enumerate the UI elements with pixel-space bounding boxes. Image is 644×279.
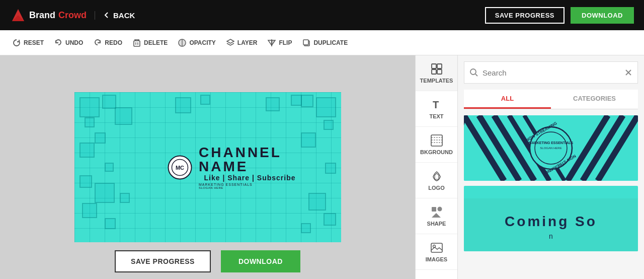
layer-icon: [226, 38, 235, 47]
sidebar-item-bkground[interactable]: BKGROUND: [416, 127, 457, 163]
toolbar: RESET UNDO REDO DELETE OPACIT: [0, 30, 644, 55]
svg-rect-28: [432, 207, 436, 212]
header-left: Brand Crowd BACK: [10, 7, 135, 23]
tab-categories[interactable]: CATEGORIES: [551, 90, 638, 109]
channel-logo-svg: MC: [171, 158, 189, 176]
duplicate-label: DUPLICATE: [313, 39, 348, 46]
undo-tool[interactable]: UNDO: [50, 36, 87, 49]
download-button-bottom[interactable]: DOWNLOAD: [221, 250, 300, 272]
canvas-bottom-bar: SAVE PROGRESS DOWNLOAD: [0, 244, 415, 279]
sidebar-item-shape[interactable]: SHAPE: [416, 198, 457, 234]
images-label: IMAGES: [426, 256, 447, 262]
icons-panel: TEMPLATES T TEXT BKGROUND LOGO: [415, 55, 458, 279]
sidebar-item-templates[interactable]: TEMPLATES: [416, 55, 457, 91]
back-label: BACK: [113, 11, 135, 20]
save-progress-button-bottom[interactable]: SAVE PROGRESS: [115, 250, 211, 272]
images-icon: [430, 241, 443, 254]
panel-tabs: ALL CATEGORIES: [464, 90, 638, 109]
shape-icon: [430, 205, 443, 219]
svg-rect-31: [431, 243, 442, 252]
svg-line-34: [475, 74, 477, 76]
opacity-label: OPACITY: [189, 39, 215, 46]
channel-sub-text: Like | Share | Subscribe: [199, 174, 301, 182]
redo-icon: [93, 38, 102, 47]
header: Brand Crowd BACK SAVE PROGRESS DOWNLOAD: [0, 0, 644, 30]
svg-marker-12: [268, 40, 272, 45]
svg-point-33: [470, 69, 476, 75]
bkground-icon: [430, 134, 443, 147]
download-button-header[interactable]: DOWNLOAD: [571, 7, 634, 24]
flip-icon: [267, 38, 276, 47]
sidebar-item-logo[interactable]: LOGO: [416, 163, 457, 198]
text-icon: T: [430, 98, 443, 111]
reset-tool[interactable]: RESET: [8, 36, 48, 49]
delete-icon: [132, 38, 141, 47]
svg-text:n: n: [549, 232, 553, 240]
logo-crowd-text: Crowd: [58, 10, 87, 21]
template-grid: MARKETING ESSENTIALS SLOGAN HERE NOW STR…: [458, 109, 644, 279]
svg-marker-30: [432, 213, 441, 218]
sidebar-item-images[interactable]: IMAGES: [416, 234, 457, 270]
opacity-tool[interactable]: OPACITY: [174, 36, 219, 49]
svg-text:MC: MC: [175, 164, 184, 170]
back-button[interactable]: BACK: [95, 11, 135, 20]
svg-text:Coming So: Coming So: [505, 214, 597, 229]
back-chevron-icon: [103, 12, 110, 19]
delete-tool[interactable]: DELETE: [128, 36, 172, 49]
svg-point-29: [437, 207, 442, 212]
clear-search-icon[interactable]: [624, 68, 632, 77]
templates-label: TEMPLATES: [420, 78, 453, 84]
svg-rect-19: [432, 64, 436, 68]
search-bar: [464, 61, 638, 84]
channel-name-text: CHANNEL NAME: [199, 146, 301, 174]
svg-rect-20: [437, 64, 442, 68]
layer-label: LAYER: [237, 39, 258, 46]
svg-rect-24: [431, 135, 442, 146]
reset-label: RESET: [24, 39, 44, 46]
svg-marker-11: [227, 39, 234, 43]
svg-rect-16: [303, 40, 308, 45]
duplicate-icon: [302, 38, 311, 47]
save-progress-button-header[interactable]: SAVE PROGRESS: [485, 7, 565, 24]
sidebar-item-text[interactable]: T TEXT: [416, 91, 457, 127]
undo-icon: [54, 38, 63, 47]
svg-marker-13: [272, 40, 275, 45]
canvas-area: MC CHANNEL NAME Like | Share | Subscribe…: [0, 55, 415, 279]
shape-label: SHAPE: [427, 221, 446, 227]
template-item-1[interactable]: MARKETING ESSENTIALS SLOGAN HERE NOW STR…: [464, 115, 638, 181]
svg-rect-22: [437, 69, 442, 74]
reset-icon: [12, 38, 21, 47]
svg-text:SLOGAN HERE: SLOGAN HERE: [540, 147, 561, 150]
search-input[interactable]: [482, 68, 624, 77]
tab-all[interactable]: ALL: [464, 90, 551, 109]
layer-tool[interactable]: LAYER: [222, 36, 262, 49]
channel-text-block: CHANNEL NAME Like | Share | Subscribe MA…: [199, 146, 301, 189]
canvas-wrapper: MC CHANNEL NAME Like | Share | Subscribe…: [74, 92, 341, 242]
svg-text:MARKETING ESSENTIALS: MARKETING ESSENTIALS: [529, 141, 574, 145]
template-2-svg: Coming So n: [464, 186, 638, 251]
template-item-2[interactable]: Coming So n: [464, 186, 638, 251]
template-1-svg: MARKETING ESSENTIALS SLOGAN HERE NOW STR…: [464, 115, 638, 181]
undo-label: UNDO: [65, 39, 83, 46]
header-right: SAVE PROGRESS DOWNLOAD: [485, 7, 634, 24]
svg-rect-2: [134, 41, 140, 46]
logo-brand-text: Brand: [29, 10, 55, 21]
text-label: TEXT: [429, 113, 443, 119]
flip-label: FLIP: [279, 39, 292, 46]
flip-tool[interactable]: FLIP: [263, 36, 296, 49]
templates-panel: ALL CATEGORIES: [458, 55, 644, 279]
canvas-content: MC CHANNEL NAME Like | Share | Subscribe…: [168, 146, 301, 189]
opacity-icon: [178, 38, 187, 47]
marketing-text: MARKETING ESSENTIALS: [199, 183, 301, 186]
logo: Brand Crowd: [10, 7, 87, 23]
templates-icon: [430, 62, 443, 76]
channel-logo: MC: [168, 155, 192, 179]
delete-label: DELETE: [144, 39, 168, 46]
slogan-text: SLOGAN HERE: [199, 186, 301, 189]
canvas-image[interactable]: MC CHANNEL NAME Like | Share | Subscribe…: [74, 92, 341, 242]
redo-tool[interactable]: REDO: [89, 36, 126, 49]
svg-rect-21: [432, 69, 436, 74]
duplicate-tool[interactable]: DUPLICATE: [298, 36, 352, 49]
svg-text:T: T: [433, 99, 439, 110]
main-layout: MC CHANNEL NAME Like | Share | Subscribe…: [0, 55, 644, 279]
